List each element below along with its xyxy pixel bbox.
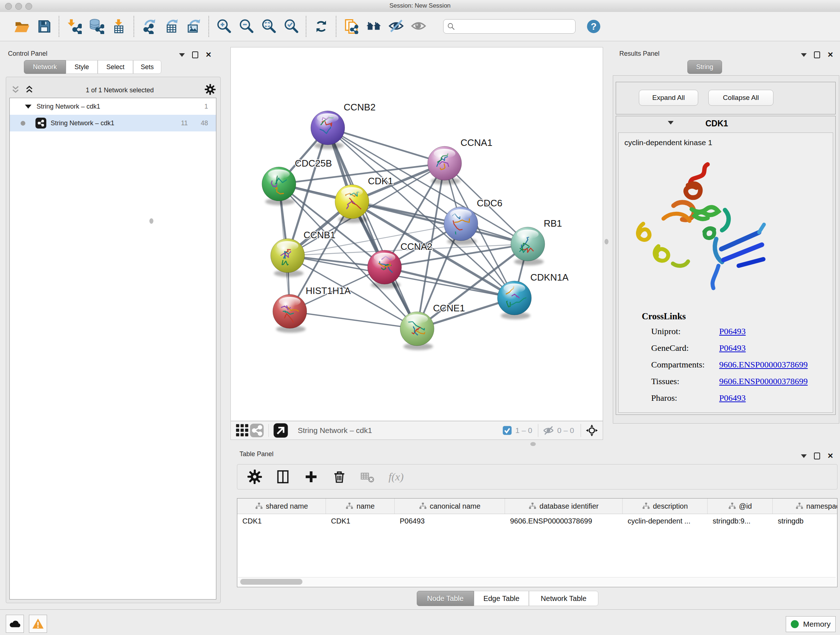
function-builder-icon[interactable]: f(x) xyxy=(388,470,404,483)
export-table-icon[interactable] xyxy=(163,18,180,35)
node-CDC6[interactable] xyxy=(444,207,478,249)
column-header-id[interactable]: @id xyxy=(707,499,773,514)
split-columns-icon[interactable] xyxy=(276,470,290,484)
warning-button[interactable] xyxy=(29,615,47,633)
tab-string[interactable]: String xyxy=(687,60,722,74)
zoom-in-icon[interactable] xyxy=(215,18,233,35)
table-cell[interactable]: stringdb:9... xyxy=(707,514,773,529)
crosslink-value[interactable]: P06493 xyxy=(719,326,745,336)
collapse-all-chevron-icon[interactable] xyxy=(24,86,35,95)
column-header-description[interactable]: description xyxy=(622,499,707,514)
grid-view-icon[interactable] xyxy=(235,423,249,438)
network-row[interactable]: String Network – cdk1 11 48 xyxy=(10,115,216,131)
zoom-out-icon[interactable] xyxy=(238,18,255,35)
table-row[interactable]: CDK1CDK1P064939606.ENSP00000378699cyclin… xyxy=(237,514,837,529)
splitter-grip[interactable] xyxy=(605,239,608,244)
node-CCNB2[interactable] xyxy=(311,111,345,149)
column-header-namespace[interactable]: namespace xyxy=(773,499,837,514)
column-header-databaseidentifier[interactable]: database identifier xyxy=(505,499,622,514)
tab-network-table[interactable]: Network Table xyxy=(529,591,598,606)
expand-all-button[interactable]: Expand All xyxy=(639,90,698,106)
crosslink-value[interactable]: P06493 xyxy=(719,393,745,403)
hidden-eye-icon[interactable] xyxy=(543,424,554,436)
table-cell[interactable]: cyclin-dependent ... xyxy=(622,514,707,529)
results-panel-menu-icon[interactable] xyxy=(801,53,807,57)
control-panel-menu-icon[interactable] xyxy=(179,53,185,57)
crosslink-value[interactable]: P06493 xyxy=(719,343,745,353)
clear-table-icon[interactable] xyxy=(360,470,375,484)
table-cell[interactable]: CDK1 xyxy=(237,514,326,529)
table-horizontal-scrollbar[interactable] xyxy=(238,577,836,586)
tab-network[interactable]: Network xyxy=(24,60,66,74)
table-cell[interactable]: stringdb xyxy=(773,514,837,529)
node-CDKN1A[interactable] xyxy=(497,281,531,319)
fit-content-crosshair-icon[interactable] xyxy=(585,424,598,437)
node-HIST1H1A[interactable] xyxy=(273,295,307,333)
zoom-selected-icon[interactable] xyxy=(283,18,300,35)
control-panel-float-icon[interactable] xyxy=(192,51,198,58)
selected-checkbox-icon[interactable] xyxy=(502,426,512,435)
protein-collapse-icon[interactable] xyxy=(668,121,674,125)
tab-node-table[interactable]: Node Table xyxy=(417,591,474,606)
crosslink-value[interactable]: 9606.ENSP00000378699 xyxy=(719,360,808,370)
node-CDC25B[interactable] xyxy=(262,167,296,205)
tab-select[interactable]: Select xyxy=(98,60,133,74)
crosslink-value[interactable]: 9606.ENSP00000378699 xyxy=(719,377,808,386)
network-list-icon[interactable] xyxy=(249,423,264,438)
home-icon[interactable] xyxy=(365,18,382,35)
window-close-button[interactable] xyxy=(5,3,12,10)
edge-HIST1H1A-CCNE1[interactable] xyxy=(290,311,417,329)
window-zoom-button[interactable] xyxy=(25,3,32,10)
tab-edge-table[interactable]: Edge Table xyxy=(474,591,529,606)
network-collection-row[interactable]: String Network – cdk1 1 xyxy=(10,98,216,115)
network-canvas[interactable]: CCNB2CCNA1CDC25BCDK1CDC6RB1CCNB1CCNA2CDK… xyxy=(231,47,603,421)
import-database-icon[interactable] xyxy=(88,18,105,35)
tab-style[interactable]: Style xyxy=(66,60,98,74)
gear-icon[interactable] xyxy=(248,470,262,484)
import-network-icon[interactable] xyxy=(65,18,83,35)
edge-CCNB2-CCNA1[interactable] xyxy=(328,128,445,163)
show-panel-icon[interactable] xyxy=(410,18,427,35)
open-session-icon[interactable] xyxy=(13,18,30,35)
cloud-button[interactable] xyxy=(6,615,24,633)
delete-column-icon[interactable] xyxy=(332,470,347,484)
save-session-icon[interactable] xyxy=(35,18,53,35)
table-cell[interactable]: 9606.ENSP00000378699 xyxy=(505,514,622,529)
column-header-canonicalname[interactable]: canonical name xyxy=(395,499,505,514)
results-panel-float-icon[interactable] xyxy=(814,51,820,58)
table-panel-float-icon[interactable] xyxy=(814,453,820,459)
expand-all-chevron-icon[interactable] xyxy=(10,86,21,95)
control-panel-close-icon[interactable]: ✕ xyxy=(205,52,212,57)
help-button[interactable]: ? xyxy=(585,18,602,35)
birds-eye-view-icon[interactable] xyxy=(273,423,288,438)
splitter-grip[interactable] xyxy=(531,442,536,446)
table-panel-close-icon[interactable]: ✕ xyxy=(827,453,834,459)
hide-panel-icon[interactable] xyxy=(387,18,405,35)
node-RB1[interactable] xyxy=(511,227,545,265)
column-header-sharedname[interactable]: shared name xyxy=(237,499,326,514)
table-cell[interactable]: CDK1 xyxy=(326,514,395,529)
tab-sets[interactable]: Sets xyxy=(133,60,161,74)
search-input[interactable] xyxy=(455,22,572,30)
clone-network-icon[interactable] xyxy=(343,18,360,35)
table-cell[interactable]: P06493 xyxy=(395,514,505,529)
search-box[interactable] xyxy=(443,19,576,34)
column-header-name[interactable]: name xyxy=(326,499,395,514)
add-column-icon[interactable] xyxy=(304,470,318,484)
zoom-fit-icon[interactable] xyxy=(260,18,278,35)
results-panel-close-icon[interactable]: ✕ xyxy=(827,52,834,57)
edge-CCNB2-CCNE1[interactable] xyxy=(328,128,417,329)
tree-expander-icon[interactable] xyxy=(25,105,32,109)
import-table-icon[interactable] xyxy=(111,18,128,35)
scrollbar-thumb[interactable] xyxy=(240,579,302,585)
collapse-all-button[interactable]: Collapse All xyxy=(708,90,774,106)
table-panel-menu-icon[interactable] xyxy=(801,454,807,458)
node-CCNA1[interactable] xyxy=(428,146,462,185)
network-options-gear-icon[interactable] xyxy=(205,84,216,96)
node-CCNE1[interactable] xyxy=(400,312,434,350)
splitter-grip[interactable] xyxy=(149,218,153,224)
window-minimize-button[interactable] xyxy=(15,3,22,10)
node-CCNB1[interactable] xyxy=(271,239,305,277)
refresh-layout-icon[interactable] xyxy=(313,18,330,35)
memory-button[interactable]: Memory xyxy=(786,616,836,632)
